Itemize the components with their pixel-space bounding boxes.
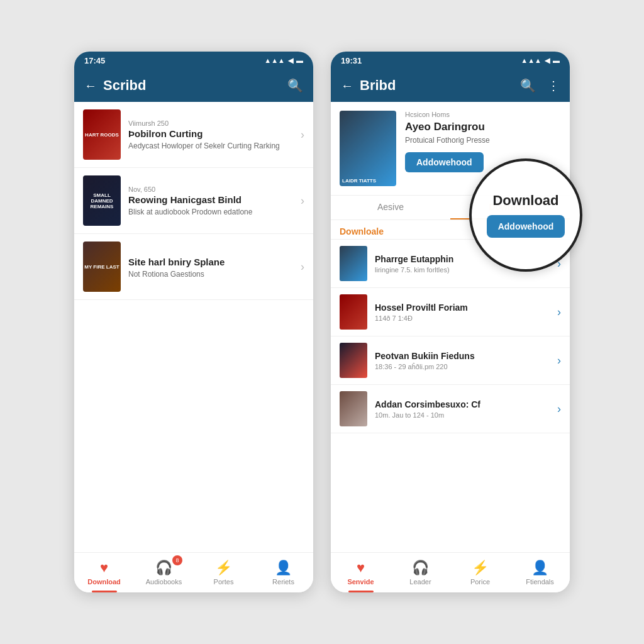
nav-item-audiobooks[interactable]: 8 🎧 Audiobooks <box>134 553 194 592</box>
right-signal-icon: ▲▲▲ <box>521 57 541 64</box>
right-nav-senvide[interactable]: ♥ Senvide <box>331 553 391 592</box>
download-overlay-circle: Download Addowehood <box>469 158 582 272</box>
dl-arrow-4: › <box>557 402 561 416</box>
right-app-title: Bribd <box>360 77 514 94</box>
list-item[interactable]: SMALL DAMNED REMAINS Nov, 650 Reowing Ha… <box>74 168 313 234</box>
item-subtitle-2: Blisk at audiobook Prodown edatlone <box>128 208 301 216</box>
nav-label-ftiendals: Ftiendals <box>526 578 554 586</box>
left-app-title: Scribd <box>103 77 281 94</box>
cover-text: LAIDR TIATTS <box>342 178 376 184</box>
nav-item-portes[interactable]: ⚡ Portes <box>194 553 253 592</box>
dl-cover-2 <box>340 294 367 330</box>
right-nav-porice[interactable]: ⚡ Porice <box>450 553 510 592</box>
download-list-item[interactable]: Hossel Proviltl Foriam 114ð 7 1:4Ð › <box>331 288 570 336</box>
detail-publisher: Hcsicon Homs <box>405 111 561 118</box>
battery-icon: ▬ <box>296 57 303 64</box>
download-list: Pharrge Eutapphin liringine 7.5. kim for… <box>331 240 570 552</box>
detail-subtitle: Protuical Fothorig Presse <box>405 136 561 145</box>
left-status-bar: 17:45 ▲▲▲ ◀ ▬ <box>74 52 313 69</box>
right-status-icons: ▲▲▲ ◀ ▬ <box>521 57 560 65</box>
right-nav-ftiendals[interactable]: 👤 Ftiendals <box>510 553 570 592</box>
dl-title-2: Hossel Proviltl Foriam <box>375 303 557 313</box>
dl-info-2: Hossel Proviltl Foriam 114ð 7 1:4Ð <box>375 303 557 322</box>
nav-label-download: Download <box>87 578 121 586</box>
left-content: HART ROODS Viimursh 250 Þobilron Curting… <box>74 102 313 552</box>
book-cover-2: SMALL DAMNED REMAINS <box>83 175 121 226</box>
detail-title: Ayeo Daringrou <box>405 121 561 133</box>
nav-label-leader: Leader <box>409 578 431 586</box>
audiobooks-badge: 8 <box>172 555 182 565</box>
item-title-3: Site harl bniry Splane <box>128 257 301 267</box>
item-info-2: Nov, 650 Reowing Hanicgast Binld Blisk a… <box>128 186 301 216</box>
item-info-1: Viimursh 250 Þobilron Curting Aedycast H… <box>128 119 301 150</box>
audiobooks-nav-icon: 🎧 <box>155 560 172 576</box>
nav-item-reriets[interactable]: 👤 Reriets <box>253 553 313 592</box>
download-list-item[interactable]: Peotvan Bukiin Fieduns 18:36 - 29 aĥðli.… <box>331 336 570 385</box>
nav-label-portes: Portes <box>214 578 234 586</box>
dl-info-4: Addan Corsimbesuxo: Cf 10m. Jau to 124 -… <box>375 399 557 419</box>
download-nav-icon: ♥ <box>100 560 108 576</box>
nav-item-download[interactable]: ♥ Download <box>74 553 134 592</box>
left-status-icons: ▲▲▲ ◀ ▬ <box>264 57 303 65</box>
item-category-1: Viimursh 250 <box>128 119 301 127</box>
senvide-nav-icon: ♥ <box>357 560 365 576</box>
dl-sub-3: 18:36 - 29 aĥðli.pm 220 <box>375 363 557 370</box>
nav-label-audiobooks: Audiobooks <box>146 578 182 586</box>
chevron-icon-1: › <box>301 128 304 142</box>
wifi-icon: ◀ <box>288 57 293 65</box>
dl-info-3: Peotvan Bukiin Fieduns 18:36 - 29 aĥðli.… <box>375 351 557 370</box>
right-search-button[interactable]: 🔍 <box>520 78 536 93</box>
dl-cover-1 <box>340 246 367 281</box>
nav-label-senvide: Senvide <box>347 578 374 586</box>
right-wifi-icon: ◀ <box>545 57 550 65</box>
book-cover-3: MY FIRE LAST <box>83 242 121 292</box>
item-title-2: Reowing Hanicgast Binld <box>128 194 301 205</box>
right-back-button[interactable]: ← <box>341 79 353 93</box>
right-status-bar: 19:31 ▲▲▲ ◀ ▬ <box>331 52 570 69</box>
item-info-3: Site harl bniry Splane Not Rotiona Gaest… <box>128 255 301 279</box>
right-more-button[interactable]: ⋮ <box>547 78 560 93</box>
right-nav-leader[interactable]: 🎧 Leader <box>391 553 450 592</box>
ftiendals-nav-icon: 👤 <box>531 560 548 576</box>
book-cover-1: HART ROODS <box>83 109 121 160</box>
download-list-item[interactable]: Addan Corsimbesuxo: Cf 10m. Jau to 124 -… <box>331 385 570 433</box>
right-phone: 19:31 ▲▲▲ ◀ ▬ ← Bribd 🔍 ⋮ LAIDR TIATTS <box>331 52 570 592</box>
detail-download-button[interactable]: Addowehood <box>405 152 484 172</box>
item-subtitle-3: Not Rotiona Gaestions <box>128 270 301 279</box>
overlay-download-button[interactable]: Addowehood <box>487 215 565 238</box>
dl-title-3: Peotvan Bukiin Fieduns <box>375 351 557 361</box>
left-time: 17:45 <box>84 56 105 65</box>
left-bottom-nav: ♥ Download 8 🎧 Audiobooks ⚡ Portes 👤 Rer… <box>74 552 313 592</box>
dl-arrow-3: › <box>557 354 561 367</box>
detail-book-cover: LAIDR TIATTS <box>340 111 396 186</box>
right-phone-wrapper: 19:31 ▲▲▲ ◀ ▬ ← Bribd 🔍 ⋮ LAIDR TIATTS <box>331 52 570 592</box>
nav-label-porice: Porice <box>470 578 490 586</box>
item-title-1: Þobilron Curting <box>128 128 301 139</box>
reriets-nav-icon: 👤 <box>275 560 292 576</box>
dl-title-4: Addan Corsimbesuxo: Cf <box>375 399 557 409</box>
right-battery-icon: ▬ <box>553 57 560 64</box>
right-bottom-nav: ♥ Senvide 🎧 Leader ⚡ Porice 👤 Ftiendals <box>331 552 570 592</box>
porice-nav-icon: ⚡ <box>472 560 489 576</box>
item-subtitle-1: Aedycast Howloper of Sekelr Curting Rark… <box>128 142 301 150</box>
left-back-button[interactable]: ← <box>84 79 97 93</box>
phones-container: 17:45 ▲▲▲ ◀ ▬ ← Scribd 🔍 HART ROODS Viim… <box>74 52 570 592</box>
dl-sub-2: 114ð 7 1:4Ð <box>375 314 557 322</box>
chevron-icon-2: › <box>301 194 304 208</box>
dl-sub-4: 10m. Jau to 124 - 10m <box>375 411 557 419</box>
nav-label-reriets: Reriets <box>272 578 294 586</box>
tab-aesive[interactable]: Aesive <box>331 196 450 219</box>
list-item[interactable]: HART ROODS Viimursh 250 Þobilron Curting… <box>74 102 313 168</box>
dl-cover-4 <box>340 391 367 426</box>
signal-icon: ▲▲▲ <box>264 57 285 64</box>
list-item[interactable]: MY FIRE LAST Site harl bniry Splane Not … <box>74 234 313 300</box>
item-category-2: Nov, 650 <box>128 186 301 193</box>
left-search-button[interactable]: 🔍 <box>287 78 303 93</box>
dl-arrow-2: › <box>557 306 561 319</box>
portes-nav-icon: ⚡ <box>215 560 232 576</box>
left-appbar: ← Scribd 🔍 <box>74 69 313 102</box>
dl-cover-3 <box>340 343 367 378</box>
left-phone: 17:45 ▲▲▲ ◀ ▬ ← Scribd 🔍 HART ROODS Viim… <box>74 52 313 592</box>
leader-nav-icon: 🎧 <box>412 560 429 576</box>
right-time: 19:31 <box>341 56 362 65</box>
